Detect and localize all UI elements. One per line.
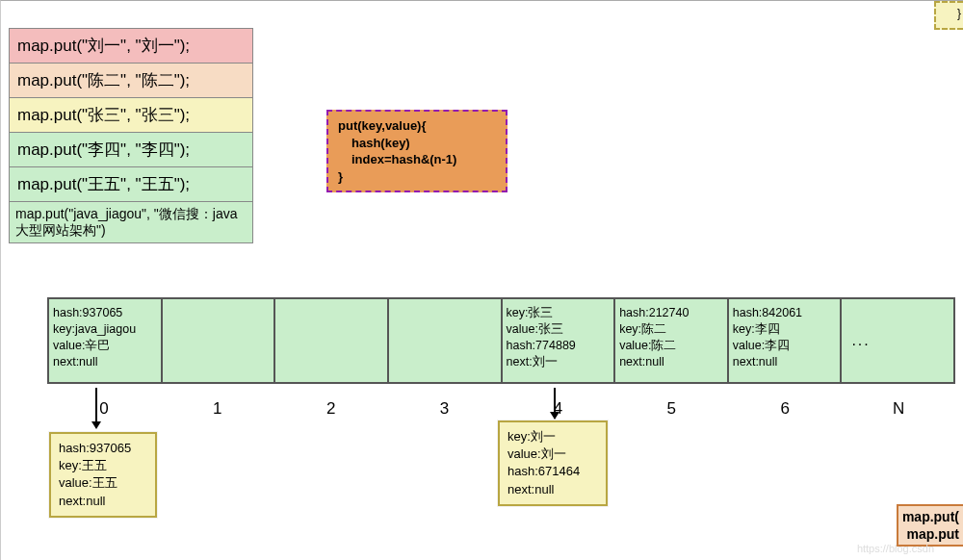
bucket-5-line-2: value:陈二	[619, 338, 723, 354]
bottom-snippet-line-2: map.put	[902, 525, 959, 543]
bucket-0-line-0: hash:937065	[53, 305, 157, 321]
index-row: 0123456N	[47, 388, 955, 419]
bucket-5-line-3: next:null	[619, 354, 723, 370]
extra-node-bucket-0: hash:937065key:王五value:王五next:null	[49, 432, 157, 518]
bucket-5: hash:212740key:陈二value:陈二next:null	[615, 299, 729, 382]
arrow-bucket-4	[554, 388, 556, 419]
bucket-5-line-0: hash:212740	[619, 305, 723, 321]
bucket-7: ...	[842, 299, 953, 382]
extra-node-0-line-3: next:null	[59, 493, 147, 510]
bucket-ellipsis: ...	[851, 330, 870, 351]
extra-node-4-line-3: next:null	[508, 481, 598, 498]
bottom-snippet-line-1: map.put(	[902, 508, 959, 525]
extra-node-4-line-1: value:刘一	[508, 445, 598, 463]
diagram-root: map.put("刘一", "刘一");map.put("陈二", "陈二");…	[0, 0, 963, 560]
bucket-4: key:张三value:张三hash:774889next:刘一	[503, 299, 616, 382]
extra-node-4-line-2: hash:671464	[508, 463, 598, 480]
bucket-6-line-2: value:李四	[733, 338, 837, 354]
algo-line-1: put(key,value){	[338, 117, 496, 135]
extra-node-0-line-1: key:王五	[59, 457, 147, 474]
put-call-0: map.put("刘一", "刘一");	[10, 29, 252, 64]
bucket-6: hash:842061key:李四value:李四next:null	[729, 299, 843, 382]
extra-node-bucket-4: key:刘一value:刘一hash:671464next:null	[498, 420, 608, 506]
bucket-4-line-0: key:张三	[507, 305, 611, 321]
bucket-2	[275, 299, 389, 382]
bucket-0-line-2: value:辛巴	[53, 338, 157, 354]
index-5: 5	[614, 388, 728, 419]
bucket-6-line-0: hash:842061	[733, 305, 837, 321]
arrow-bucket-0	[95, 388, 97, 428]
bucket-3	[389, 299, 503, 382]
index-N: N	[842, 388, 955, 419]
bucket-4-line-2: hash:774889	[507, 338, 611, 354]
algo-line-3: index=hash&(n-1)	[351, 151, 496, 168]
index-1: 1	[161, 388, 274, 419]
bucket-0-line-3: next:null	[53, 354, 157, 370]
put-call-4: map.put("王五", "王五");	[10, 167, 252, 202]
index-0: 0	[47, 388, 161, 419]
corner-snippet: }	[934, 1, 963, 30]
put-call-3: map.put("李四", "李四");	[10, 133, 252, 167]
bucket-5-line-1: key:陈二	[619, 321, 723, 338]
index-6: 6	[728, 388, 842, 419]
bucket-6-line-1: key:李四	[733, 321, 837, 338]
watermark: https://blog.csdn	[857, 543, 934, 554]
extra-node-4-line-0: key:刘一	[508, 428, 598, 445]
algo-line-4: }	[338, 168, 496, 186]
index-3: 3	[388, 388, 502, 419]
bottom-snippet: map.put( map.put	[897, 504, 963, 547]
bucket-0: hash:937065key:java_jiagouvalue:辛巴next:n…	[49, 299, 163, 382]
bucket-0-line-1: key:java_jiagou	[53, 321, 157, 338]
algorithm-box: put(key,value){ hash(key) index=hash&(n-…	[326, 110, 508, 192]
bucket-6-line-3: next:null	[733, 354, 837, 370]
extra-node-0-line-2: value:王五	[59, 474, 147, 492]
bucket-array: hash:937065key:java_jiagouvalue:辛巴next:n…	[47, 297, 955, 384]
put-call-2: map.put("张三", "张三");	[10, 98, 252, 133]
bucket-4-line-3: next:刘一	[507, 354, 611, 370]
put-call-1: map.put("陈二", "陈二");	[10, 64, 252, 98]
bucket-4-line-1: value:张三	[507, 321, 611, 338]
extra-node-0-line-0: hash:937065	[59, 440, 147, 457]
algo-line-2: hash(key)	[351, 135, 496, 152]
index-2: 2	[274, 388, 388, 419]
bucket-1	[163, 299, 276, 382]
put-call-5: map.put("java_jiagou", "微信搜：java大型网站架构")	[10, 202, 252, 242]
put-call-list: map.put("刘一", "刘一");map.put("陈二", "陈二");…	[9, 28, 253, 243]
